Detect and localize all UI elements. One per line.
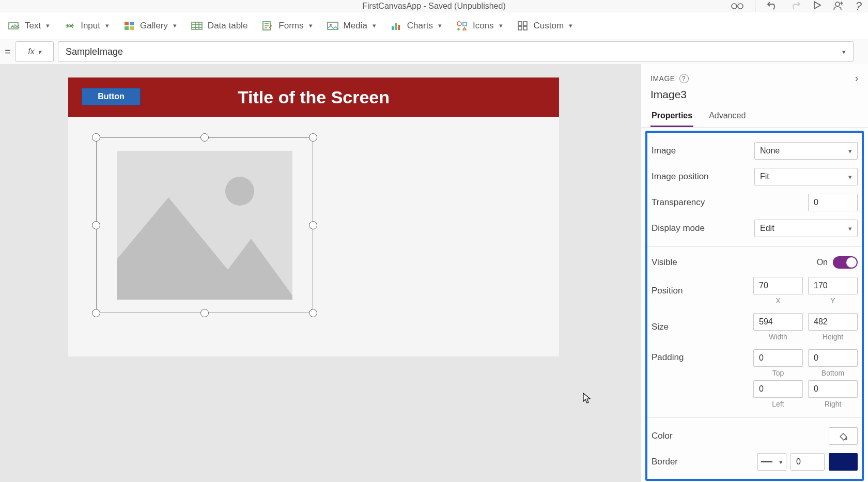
prop-padding-left-input[interactable]: 0 bbox=[753, 380, 803, 398]
resize-handle[interactable] bbox=[200, 309, 209, 317]
help-icon[interactable]: ? bbox=[856, 0, 862, 13]
prop-visible-toggle[interactable] bbox=[833, 256, 858, 269]
prop-border-color-swatch[interactable] bbox=[829, 453, 858, 471]
selected-image[interactable] bbox=[96, 137, 313, 313]
titlebar: FirstCanvasApp - Saved (Unpublished) ? bbox=[0, 0, 868, 12]
fx-dropdown[interactable]: fx ▾ bbox=[16, 41, 54, 62]
canvas-header: Button Title of the Screen bbox=[68, 77, 559, 117]
prop-size-label: Size bbox=[652, 322, 753, 332]
prop-border-label: Border bbox=[652, 457, 757, 467]
titlebar-actions: ? bbox=[731, 0, 862, 12]
prop-color-label: Color bbox=[652, 431, 829, 441]
svg-rect-16 bbox=[398, 25, 400, 30]
ribbon-icons[interactable]: Icons▾ bbox=[456, 21, 503, 31]
properties-list: Image None▾ Image position Fit▾ Transpar… bbox=[645, 131, 864, 481]
chevron-down-icon: ▾ bbox=[309, 22, 313, 29]
canvas-title: Title of the Screen bbox=[68, 87, 559, 107]
svg-point-2 bbox=[835, 2, 840, 6]
ribbon-charts[interactable]: Charts▾ bbox=[391, 21, 442, 31]
chevron-down-icon: ▾ bbox=[848, 225, 852, 232]
chevron-down-icon: ▾ bbox=[779, 458, 783, 466]
canvas-screen[interactable]: Button Title of the Screen bbox=[68, 77, 559, 356]
prop-position-y-input[interactable]: 170 bbox=[808, 277, 858, 294]
resize-handle[interactable] bbox=[309, 133, 317, 142]
resize-handle[interactable] bbox=[309, 309, 317, 317]
control-name: Image3 bbox=[641, 84, 868, 107]
formula-bar: = fx ▾ SampleImage ▾ bbox=[0, 39, 868, 64]
custom-icon bbox=[517, 21, 529, 31]
prop-border-width-input[interactable]: 0 bbox=[791, 453, 825, 471]
ribbon-input[interactable]: Input▾ bbox=[64, 21, 109, 31]
resize-handle[interactable] bbox=[92, 309, 100, 317]
prop-image-position-select[interactable]: Fit▾ bbox=[754, 168, 858, 185]
prop-size-width-input[interactable]: 594 bbox=[753, 313, 803, 331]
ribbon-custom[interactable]: Custom▾ bbox=[517, 21, 573, 31]
prop-image-label: Image bbox=[652, 146, 754, 156]
play-icon[interactable] bbox=[812, 1, 822, 12]
chevron-down-icon: ▾ bbox=[105, 22, 109, 29]
panel-section: IMAGE bbox=[650, 74, 675, 83]
svg-point-17 bbox=[457, 22, 461, 26]
forms-icon bbox=[262, 21, 273, 31]
prop-color-picker[interactable] bbox=[829, 427, 858, 445]
prop-image-select[interactable]: None▾ bbox=[754, 142, 858, 160]
input-icon bbox=[64, 21, 75, 31]
svg-text:Abc: Abc bbox=[11, 24, 20, 29]
resize-handle[interactable] bbox=[309, 221, 317, 229]
icons-icon bbox=[456, 21, 468, 31]
prop-display-mode-select[interactable]: Edit▾ bbox=[754, 220, 858, 237]
chevron-right-icon[interactable]: › bbox=[855, 72, 859, 84]
prop-visible-label: Visible bbox=[652, 257, 817, 268]
glasses-icon[interactable] bbox=[731, 1, 743, 12]
ribbon-media[interactable]: Media▾ bbox=[327, 21, 376, 31]
ribbon-gallery[interactable]: Gallery▾ bbox=[123, 21, 177, 31]
svg-rect-20 bbox=[518, 26, 522, 30]
resize-handle[interactable] bbox=[92, 221, 100, 229]
svg-rect-21 bbox=[523, 26, 527, 30]
image-placeholder bbox=[117, 151, 292, 300]
svg-rect-9 bbox=[130, 26, 134, 30]
prop-padding-top-input[interactable]: 0 bbox=[753, 349, 803, 367]
prop-transparency-input[interactable]: 0 bbox=[808, 194, 858, 211]
chevron-down-icon: ▾ bbox=[848, 173, 852, 181]
chevron-down-icon: ▾ bbox=[569, 22, 572, 29]
app-title: FirstCanvasApp - Saved (Unpublished) bbox=[362, 2, 505, 11]
share-icon[interactable] bbox=[833, 0, 844, 12]
tab-properties[interactable]: Properties bbox=[650, 107, 693, 127]
gallery-icon bbox=[123, 21, 135, 31]
prop-border-style-select[interactable]: ▾ bbox=[757, 453, 786, 471]
insert-ribbon: Abc Text▾ Input▾ Gallery▾ Data table For… bbox=[0, 12, 868, 39]
undo-icon[interactable] bbox=[767, 1, 778, 12]
charts-icon bbox=[391, 21, 402, 31]
resize-handle[interactable] bbox=[200, 133, 209, 142]
prop-position-x-input[interactable]: 70 bbox=[753, 277, 803, 294]
svg-rect-10 bbox=[192, 22, 202, 29]
ribbon-forms[interactable]: Forms▾ bbox=[262, 21, 312, 31]
prop-visible-state: On bbox=[817, 258, 828, 267]
media-icon bbox=[327, 21, 338, 31]
prop-padding-bottom-input[interactable]: 0 bbox=[808, 349, 858, 367]
help-icon[interactable]: ? bbox=[679, 74, 689, 83]
formula-input[interactable]: SampleImage ▾ bbox=[58, 41, 854, 62]
cursor-icon bbox=[583, 393, 592, 404]
ribbon-text[interactable]: Abc Text▾ bbox=[8, 21, 50, 31]
canvas-area[interactable]: Button Title of the Screen bbox=[0, 64, 641, 482]
resize-handle[interactable] bbox=[92, 133, 100, 142]
chevron-down-icon: ▾ bbox=[842, 48, 846, 56]
svg-point-0 bbox=[732, 4, 737, 9]
redo-icon[interactable] bbox=[789, 1, 801, 12]
svg-rect-8 bbox=[125, 26, 129, 30]
tab-advanced[interactable]: Advanced bbox=[708, 107, 747, 127]
prop-position-label: Position bbox=[652, 286, 753, 296]
svg-rect-6 bbox=[125, 22, 129, 25]
canvas-button[interactable]: Button bbox=[82, 88, 141, 105]
text-icon: Abc bbox=[8, 21, 20, 31]
svg-rect-14 bbox=[392, 26, 394, 30]
chevron-down-icon: ▾ bbox=[373, 22, 376, 29]
prop-padding-right-input[interactable]: 0 bbox=[808, 380, 858, 398]
properties-panel: IMAGE ? › Image3 Properties Advanced Ima… bbox=[641, 64, 868, 482]
ribbon-datatable[interactable]: Data table bbox=[191, 21, 248, 31]
prop-transparency-label: Transparency bbox=[652, 197, 808, 208]
prop-padding-label: Padding bbox=[652, 349, 753, 363]
prop-size-height-input[interactable]: 482 bbox=[808, 313, 858, 331]
